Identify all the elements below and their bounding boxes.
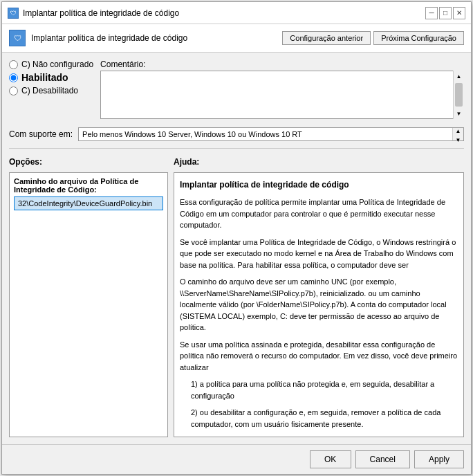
- support-scroll-up[interactable]: ▲: [453, 128, 463, 134]
- apply-button[interactable]: Apply: [414, 450, 464, 468]
- prev-config-button[interactable]: Configuração anterior: [282, 31, 371, 45]
- cancel-button[interactable]: Cancel: [355, 450, 410, 468]
- comment-textarea[interactable]: [100, 71, 464, 119]
- panels-row: Caminho do arquivo da Política de Integr…: [9, 172, 464, 437]
- support-value-box: Pelo menos Windows 10 Server, Windows 10…: [78, 127, 464, 141]
- options-desc: Caminho do arquivo da Política de Integr…: [14, 177, 163, 194]
- window-title: Implantar política de integridade de cód…: [23, 8, 179, 18]
- radio-disabled: C) Desabilitado: [9, 86, 93, 95]
- help-para-6: 2) ou desabilitar a configuração e, em s…: [191, 407, 458, 430]
- window-icon: 🛡: [8, 8, 19, 19]
- help-para-3: O caminho do arquivo deve ser um caminho…: [180, 276, 458, 333]
- support-scrollbar: ▲ ▼: [452, 128, 463, 140]
- title-controls: ─ □ ✕: [425, 7, 465, 19]
- content-area: C) Não configurado Habilitado C) Desabil…: [2, 53, 471, 444]
- header-title: Implantar política de integridade de cód…: [31, 33, 187, 43]
- radio-group: C) Não configurado Habilitado C) Desabil…: [9, 60, 93, 119]
- title-bar: 🛡 Implantar política de integridade de c…: [2, 2, 471, 24]
- minimize-button[interactable]: ─: [425, 7, 438, 19]
- help-panel: Implantar política de integridade de cód…: [174, 172, 464, 437]
- support-row: Com suporte em: Pelo menos Windows 10 Se…: [9, 127, 464, 141]
- radio-not-configured-input[interactable]: [9, 60, 18, 69]
- help-heading: Ajuda:: [174, 157, 464, 167]
- support-value: Pelo menos Windows 10 Server, Windows 10…: [82, 130, 302, 138]
- top-section: C) Não configurado Habilitado C) Desabil…: [9, 60, 464, 119]
- comment-section: Comentário: ▲ ▼: [100, 60, 464, 119]
- close-button[interactable]: ✕: [453, 7, 465, 19]
- header-left: 🛡 Implantar política de integridade de c…: [9, 30, 187, 46]
- help-para-2: Se você implantar uma Política de Integr…: [180, 237, 458, 271]
- help-para-4: Se usar uma política assinada e protegid…: [180, 339, 458, 374]
- help-para-1: Essa configuração de política permite im…: [180, 196, 458, 231]
- header-icon: 🛡: [9, 30, 26, 46]
- options-help-row: Opções: Ajuda:: [9, 157, 464, 167]
- help-para-5: 1) a política para uma política não prot…: [191, 378, 458, 401]
- comment-label: Comentário:: [100, 60, 464, 69]
- radio-not-configured-label: C) Não configurado: [21, 60, 93, 69]
- options-heading: Opções:: [9, 157, 168, 167]
- footer: OK Cancel Apply: [2, 444, 471, 474]
- divider: [9, 148, 464, 149]
- scroll-down-arrow[interactable]: ▼: [454, 108, 464, 119]
- nav-buttons: Configuração anterior Próxima Configuraç…: [282, 31, 464, 45]
- ok-button[interactable]: OK: [310, 450, 351, 468]
- comment-scrollbar-outer: ▲ ▼: [100, 71, 464, 119]
- options-panel: Caminho do arquivo da Política de Integr…: [9, 172, 168, 437]
- scroll-thumb: [455, 83, 463, 107]
- scroll-up-arrow[interactable]: ▲: [454, 71, 464, 82]
- radio-enabled-input[interactable]: [9, 73, 18, 82]
- radio-disabled-input[interactable]: [9, 86, 18, 95]
- radio-enabled: Habilitado: [9, 72, 93, 83]
- main-window: 🛡 Implantar política de integridade de c…: [1, 1, 472, 475]
- comment-scrollbar: ▲ ▼: [453, 71, 464, 119]
- next-config-button[interactable]: Próxima Configuração: [373, 31, 464, 45]
- maximize-button[interactable]: □: [439, 7, 452, 19]
- title-bar-left: 🛡 Implantar política de integridade de c…: [8, 8, 179, 19]
- options-value[interactable]: 32\CodeIntegrity\DeviceGuardPolicy.bin: [14, 196, 163, 210]
- help-title: Implantar política de integridade de cód…: [180, 178, 458, 191]
- radio-disabled-label: C) Desabilitado: [21, 86, 78, 95]
- header-bar: 🛡 Implantar política de integridade de c…: [2, 24, 471, 53]
- radio-enabled-label: Habilitado: [21, 72, 68, 83]
- radio-not-configured: C) Não configurado: [9, 60, 93, 69]
- support-scroll-down[interactable]: ▼: [453, 137, 463, 143]
- support-label: Com suporte em:: [9, 129, 73, 139]
